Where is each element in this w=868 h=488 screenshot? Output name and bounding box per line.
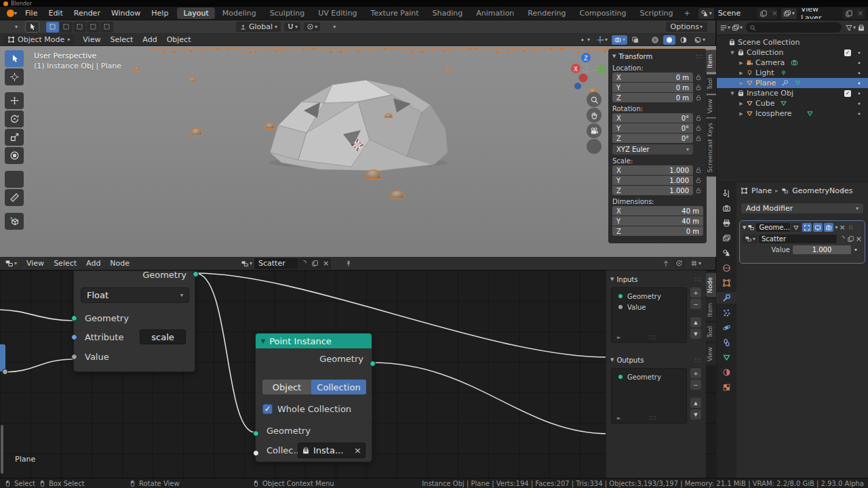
options-button[interactable]: Options ▾ — [666, 22, 707, 32]
select-mode-4[interactable] — [100, 22, 113, 33]
add-workspace-button[interactable]: + — [680, 7, 693, 19]
fake-user-icon[interactable] — [838, 235, 846, 243]
fake-user-icon[interactable] — [298, 258, 309, 269]
lock-icon[interactable] — [693, 187, 703, 194]
zoom-button[interactable] — [587, 92, 601, 107]
node-group-field[interactable]: Scatter — [759, 235, 837, 243]
viewport-menu-object[interactable]: Object — [162, 35, 196, 44]
select-box-tool[interactable] — [5, 50, 24, 67]
node-tree-selector[interactable]: ▾ Scatter × — [239, 258, 331, 269]
cursor-tool[interactable] — [5, 68, 24, 85]
attribute-fill-node[interactable]: Geometry Float ▾ Geometry Attribute scal… — [73, 270, 195, 372]
measure-tool[interactable] — [5, 189, 24, 206]
unlink-icon[interactable]: × — [321, 258, 331, 269]
properties-tab-modifiers[interactable] — [717, 292, 736, 304]
transform-tool[interactable] — [5, 147, 24, 164]
editor-type-icon[interactable]: ▾ — [3, 258, 19, 268]
attribute-input-socket[interactable] — [71, 334, 77, 340]
collapse-icon[interactable]: ▼ — [261, 338, 265, 344]
falloff-dropdown[interactable]: ▾ — [323, 22, 337, 31]
outliner-row-cube[interactable]: ▶Cube — [717, 98, 868, 108]
dimensions-x-field[interactable]: X40 m — [612, 206, 703, 216]
lock-icon[interactable] — [693, 125, 703, 131]
outliner-search-input[interactable] — [746, 22, 842, 33]
workspace-tab-compositing[interactable]: Compositing — [574, 7, 633, 19]
snap-node-toggle[interactable] — [673, 259, 685, 268]
inputs-item-geometry[interactable]: Geometry — [612, 291, 686, 302]
drag-handle-icon[interactable] — [847, 224, 854, 231]
workspace-tab-scripting[interactable]: Scripting — [633, 7, 679, 19]
filter-type-icon[interactable]: ▾ — [732, 24, 743, 32]
hide-eye-icon[interactable] — [855, 59, 863, 67]
node-tree-name[interactable]: Scatter — [254, 258, 298, 269]
shading-rendered-button[interactable]: ▾ — [692, 35, 707, 45]
properties-tab-particles[interactable] — [717, 307, 736, 319]
outliner-row-icosphere[interactable]: ▶Icosphere — [717, 108, 868, 119]
select-mode-0[interactable] — [46, 22, 59, 33]
new-group-icon[interactable] — [847, 235, 854, 243]
workspace-tab-shading[interactable]: Shading — [427, 7, 469, 19]
outliner-row-scene-collection[interactable]: Scene Collection — [717, 37, 868, 47]
rotation-y-field[interactable]: Y0° — [612, 123, 693, 133]
lock-icon[interactable] — [693, 135, 703, 142]
properties-tab-world[interactable] — [717, 262, 736, 274]
gizmos-toggle[interactable]: ▾ — [594, 35, 610, 45]
exclude-checkbox[interactable]: ✓ — [844, 49, 851, 56]
proportional-edit-toggle[interactable]: ▾ — [304, 22, 320, 31]
view-layer-name[interactable]: View Layer — [797, 8, 843, 19]
node-menu-add[interactable]: Add — [81, 259, 105, 268]
outliner-row-camera[interactable]: ▶Camera — [717, 58, 868, 68]
expand-icon[interactable]: ▶ — [738, 60, 744, 66]
value-input-socket[interactable] — [71, 354, 77, 360]
edit-mode-toggle[interactable] — [802, 223, 812, 232]
scene-icon[interactable]: ▾ — [698, 8, 714, 19]
expand-icon[interactable]: ▶ — [738, 70, 744, 76]
view-layer-remove-icon[interactable]: × — [855, 8, 865, 19]
node-group-icon[interactable]: ▾ — [743, 235, 757, 243]
navigation-gizmo[interactable]: ZX — [568, 50, 609, 98]
expand-icon[interactable]: ► — [617, 415, 620, 421]
snap-grid-dropdown[interactable]: ▾ — [688, 259, 703, 268]
hide-eye-icon[interactable] — [855, 79, 863, 87]
clear-collection-icon[interactable]: × — [354, 445, 361, 455]
view-layer-icon[interactable]: ▾ — [781, 8, 797, 19]
inputs-add-button[interactable]: + — [690, 287, 701, 298]
modifier-extras-icon[interactable]: ▾ — [835, 225, 837, 230]
geometry-output-socket[interactable] — [193, 271, 199, 277]
properties-tab-output[interactable] — [717, 218, 736, 229]
add-cube-tool[interactable] — [5, 213, 24, 230]
select-mode-3[interactable] — [87, 22, 100, 33]
geometry-input-socket[interactable] — [71, 315, 77, 321]
workspace-tab-texture-paint[interactable]: Texture Paint — [365, 7, 425, 19]
node-editor-tab-item[interactable]: Item — [706, 299, 716, 321]
location-x-field[interactable]: X0 m — [612, 73, 693, 82]
viewport-tab-screencast-keys[interactable]: Screencast Keys — [706, 119, 716, 177]
overlays-toggle[interactable]: ▾ — [612, 35, 627, 45]
orthographic-toggle-button[interactable] — [587, 139, 601, 154]
viewport-tab-item[interactable]: Item — [706, 50, 716, 73]
outliner-row-light[interactable]: ▶Light — [717, 68, 868, 78]
realtime-toggle[interactable] — [813, 223, 823, 232]
snap-toggle[interactable]: ▾ — [284, 22, 300, 31]
workspace-tab-rendering[interactable]: Rendering — [521, 7, 572, 19]
pan-button[interactable] — [587, 108, 601, 123]
shading-solid-button[interactable] — [663, 35, 675, 45]
rotate-tool[interactable] — [5, 110, 24, 127]
whole-collection-checkbox[interactable]: ✓ — [262, 404, 273, 414]
menu-window[interactable]: Window — [106, 9, 146, 18]
outputs-move-down-button[interactable]: ▼ — [690, 409, 701, 420]
xray-toggle[interactable] — [629, 35, 642, 45]
scale-z-field[interactable]: Z1.000 — [612, 186, 693, 195]
editor-type-icon[interactable]: ▾ — [3, 22, 20, 33]
expand-icon[interactable]: ▶ — [738, 81, 744, 86]
view-layer-selector[interactable]: ▾ View Layer × — [781, 8, 865, 19]
outliner-row-instance-obj[interactable]: ▼Instance Obj✓ — [717, 88, 868, 98]
expand-icon[interactable]: ► — [617, 335, 620, 340]
scene-unlink-icon[interactable]: × — [770, 8, 777, 19]
dimensions-z-field[interactable]: Z0 m — [612, 226, 703, 236]
collapse-icon[interactable]: ▼ — [743, 225, 746, 230]
node-tree-icon[interactable]: ▾ — [239, 258, 254, 269]
scene-new-icon[interactable] — [757, 8, 770, 19]
outputs-remove-button[interactable]: − — [690, 380, 701, 390]
mode-selector[interactable]: Object Mode ▾ — [3, 35, 74, 45]
